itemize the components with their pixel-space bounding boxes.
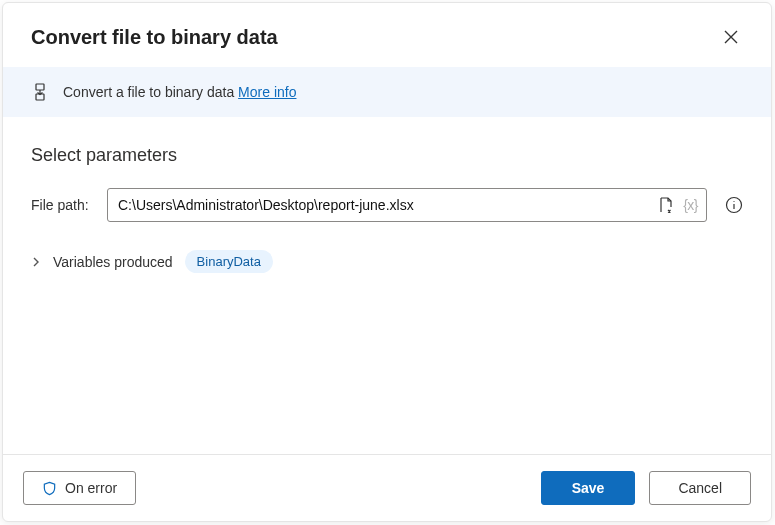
shield-icon: [42, 481, 57, 496]
info-icon: [725, 196, 743, 214]
dialog-header: Convert file to binary data: [3, 3, 771, 67]
file-path-input[interactable]: [118, 197, 651, 213]
section-title: Select parameters: [31, 145, 743, 166]
dialog-content: Select parameters File path: {x}: [3, 117, 771, 454]
file-picker-button[interactable]: [657, 196, 675, 214]
on-error-label: On error: [65, 480, 117, 496]
save-label: Save: [572, 480, 605, 496]
chevron-right-icon: [31, 257, 41, 267]
close-icon: [724, 30, 738, 44]
cancel-label: Cancel: [678, 480, 722, 496]
variable-token-button[interactable]: {x}: [683, 197, 698, 213]
convert-file-icon: [31, 83, 49, 101]
close-button[interactable]: [715, 21, 747, 53]
dialog-container: Convert file to binary data Convert a fi…: [2, 2, 772, 522]
file-path-info[interactable]: [725, 196, 743, 214]
more-info-link[interactable]: More info: [238, 84, 296, 100]
dialog-footer: On error Save Cancel: [3, 454, 771, 521]
dialog-title: Convert file to binary data: [31, 26, 278, 49]
variables-produced-label: Variables produced: [53, 254, 173, 270]
variable-badge[interactable]: BinaryData: [185, 250, 273, 273]
svg-point-3: [733, 201, 734, 202]
cancel-button[interactable]: Cancel: [649, 471, 751, 505]
variables-produced-row[interactable]: Variables produced BinaryData: [31, 250, 743, 273]
file-picker-icon: [657, 196, 675, 214]
file-path-label: File path:: [31, 197, 95, 213]
info-banner: Convert a file to binary data More info: [3, 67, 771, 117]
svg-rect-0: [36, 84, 44, 90]
save-button[interactable]: Save: [541, 471, 636, 505]
banner-message: Convert a file to binary data: [63, 84, 238, 100]
input-icons: {x}: [657, 196, 698, 214]
file-path-row: File path: {x}: [31, 188, 743, 222]
file-path-input-wrap: {x}: [107, 188, 707, 222]
banner-text: Convert a file to binary data More info: [63, 84, 296, 100]
footer-actions: Save Cancel: [541, 471, 751, 505]
on-error-button[interactable]: On error: [23, 471, 136, 505]
